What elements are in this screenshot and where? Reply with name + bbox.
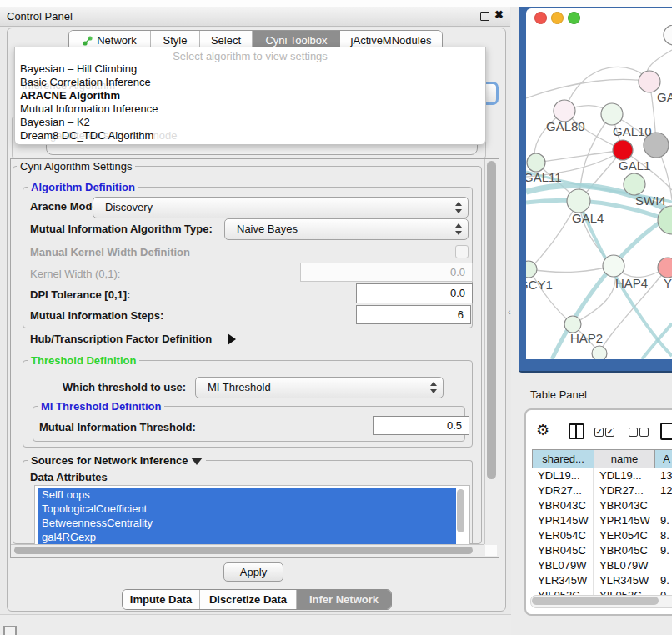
expand-arrow-icon[interactable] — [228, 332, 236, 345]
settings-hscrollbar-thumb[interactable] — [14, 547, 473, 554]
table-cell[interactable]: YBL079W — [532, 558, 594, 573]
network-node[interactable] — [603, 255, 624, 277]
table-row[interactable]: YBL079WYBL079W — [532, 558, 672, 573]
table-row[interactable]: YER054CYER054C8. — [532, 528, 672, 543]
table-row[interactable]: YDL19...YDL19...13 — [532, 468, 672, 483]
control-panel-title: Control Panel — [7, 10, 73, 22]
node-label: HAP2 — [570, 331, 603, 345]
table-cell[interactable]: 9. — [654, 543, 672, 558]
table-row[interactable]: YBR045CYBR045C9. — [532, 543, 672, 558]
sources-group-title[interactable]: Sources for Network Inference — [28, 454, 206, 467]
network-node[interactable] — [601, 103, 623, 125]
mi-type-combobox[interactable]: Naive Bayes — [224, 218, 469, 240]
stepper-arrows-icon — [429, 381, 437, 394]
network-node[interactable] — [613, 140, 633, 160]
select-all-checkbox-icon[interactable]: ✓ — [594, 428, 604, 437]
network-canvas[interactable]: GALGAL80GAL10GAL1GAL11SWI4GAL4GCY1HAP4YH… — [526, 25, 672, 359]
docked-panel-icon[interactable] — [3, 626, 17, 635]
close-traffic-light-icon[interactable] — [534, 12, 547, 24]
algorithm-option[interactable]: ARACNE Algorithm — [15, 89, 485, 102]
table-hscrollbar-thumb[interactable] — [532, 597, 659, 605]
float-window-icon[interactable] — [480, 12, 489, 21]
dpi-tolerance-field[interactable]: 0.0 — [356, 283, 473, 303]
cyni-settings-title: Cyni Algorithm Settings — [17, 160, 135, 172]
table-cell[interactable]: 9. — [654, 573, 672, 588]
table-cell[interactable]: YDR27... — [532, 483, 594, 498]
table-cell[interactable]: 12 — [654, 483, 672, 498]
table-cell[interactable] — [654, 558, 672, 573]
table-row[interactable]: YBR043CYBR043C — [532, 498, 672, 513]
algorithm-options: Bayesian – Hill ClimbingBasic Correlatio… — [15, 62, 485, 142]
aracne-mode-combobox[interactable]: Discovery — [93, 197, 469, 218]
network-node[interactable] — [592, 346, 607, 359]
gear-icon[interactable]: ⚙ — [536, 421, 549, 439]
mi-steps-field[interactable]: 6 — [356, 305, 471, 324]
table-cell[interactable]: YBL079W — [594, 558, 654, 573]
tab-infer-network[interactable]: Infer Network — [297, 590, 391, 609]
table-cell[interactable]: YLR345W — [594, 573, 654, 588]
close-icon[interactable]: ✖ — [494, 8, 504, 21]
column-header-name[interactable]: name — [594, 450, 655, 468]
zoom-traffic-light-icon[interactable] — [568, 12, 580, 24]
table-cell[interactable]: 13 — [654, 468, 672, 483]
deselect-all-checkbox-icon[interactable] — [639, 428, 649, 437]
tab-discretize-data[interactable]: Discretize Data — [200, 590, 297, 609]
network-node[interactable] — [664, 25, 672, 45]
table-row[interactable]: YPR145WYPR145W9. — [532, 513, 672, 528]
data-attribute-item[interactable]: gal4RGexp — [38, 530, 456, 544]
table-cell[interactable]: 9. — [654, 513, 672, 528]
panel-divider-arrow-icon[interactable]: ‹ — [508, 307, 511, 317]
table-cell[interactable]: YDL19... — [594, 468, 654, 483]
mi-threshold-field[interactable]: 0.5 — [373, 416, 469, 435]
algorithm-option[interactable]: Bayesian – Hill Climbing — [15, 62, 485, 76]
table-cell[interactable]: YDL19... — [532, 468, 594, 483]
data-attribute-item[interactable]: TopologicalCoefficient — [38, 502, 456, 516]
table-row[interactable]: YDR27...YDR27...12 — [532, 483, 672, 498]
algorithm-option[interactable]: Dream8 DC_TDC Algorithm — [15, 129, 485, 142]
settings-vscrollbar-thumb[interactable] — [487, 161, 496, 479]
algorithm-option[interactable]: Mutual Information Inference — [15, 102, 485, 116]
which-threshold-combobox[interactable]: MI Threshold — [195, 377, 444, 398]
table-cell[interactable]: YPR145W — [532, 513, 594, 528]
minimize-traffic-light-icon[interactable] — [551, 12, 564, 24]
table-cell[interactable]: YER054C — [532, 528, 594, 543]
table-row[interactable]: YLR345WYLR345W9. — [532, 573, 672, 588]
mi-threshold-group-title: MI Threshold Definition — [38, 400, 164, 412]
node-label: Y — [664, 276, 672, 290]
algorithm-option[interactable]: Bayesian – K2 — [15, 116, 485, 129]
table-cell[interactable]: 8. — [654, 528, 672, 543]
algorithm-dropdown: Select algorithm to view settings Infere… — [14, 47, 486, 145]
apply-button[interactable]: Apply — [223, 562, 283, 582]
table-cell[interactable]: YER054C — [594, 528, 654, 543]
data-attribute-item[interactable]: BetweennessCentrality — [38, 516, 456, 530]
table-cell[interactable]: YPR145W — [594, 513, 654, 528]
network-node[interactable] — [564, 316, 581, 332]
tab-impute-data[interactable]: Impute Data — [123, 590, 200, 609]
network-node[interactable] — [527, 153, 545, 172]
network-nodes[interactable] — [526, 25, 672, 359]
aracne-mode-label: Aracne Mode: — [30, 200, 102, 212]
column-header-shared[interactable]: shared... — [533, 450, 594, 468]
network-node[interactable] — [624, 173, 645, 195]
network-node[interactable] — [567, 189, 590, 212]
table-cell[interactable]: YBR045C — [594, 543, 654, 558]
table-cell[interactable]: YBR043C — [532, 498, 594, 513]
table-cell[interactable]: YLR345W — [532, 573, 594, 588]
hub-section-label[interactable]: Hub/Transcription Factor Definition — [30, 332, 212, 345]
deselect-all-checkbox-icon[interactable] — [629, 428, 638, 437]
kernel-width-field[interactable]: 0.0 — [300, 262, 473, 282]
data-attribute-item[interactable]: SelfLoops — [38, 488, 456, 502]
select-all-checkbox-icon[interactable]: ✓ — [605, 428, 614, 437]
network-node[interactable] — [658, 206, 672, 234]
column-header-partial[interactable]: A — [655, 450, 672, 468]
table-cell[interactable]: YDR27... — [594, 483, 654, 498]
list-scrollbar-thumb[interactable] — [457, 489, 464, 532]
table-options-icon[interactable] — [660, 422, 672, 440]
table-cell[interactable] — [654, 498, 672, 513]
table-cell[interactable]: YBR043C — [594, 498, 654, 513]
column-layout-icon[interactable] — [569, 423, 584, 439]
manual-kernel-checkbox[interactable] — [455, 245, 469, 258]
algorithm-option[interactable]: Basic Correlation Inference — [15, 76, 485, 89]
table-cell[interactable]: YBR045C — [532, 543, 594, 558]
network-node[interactable] — [658, 258, 672, 278]
